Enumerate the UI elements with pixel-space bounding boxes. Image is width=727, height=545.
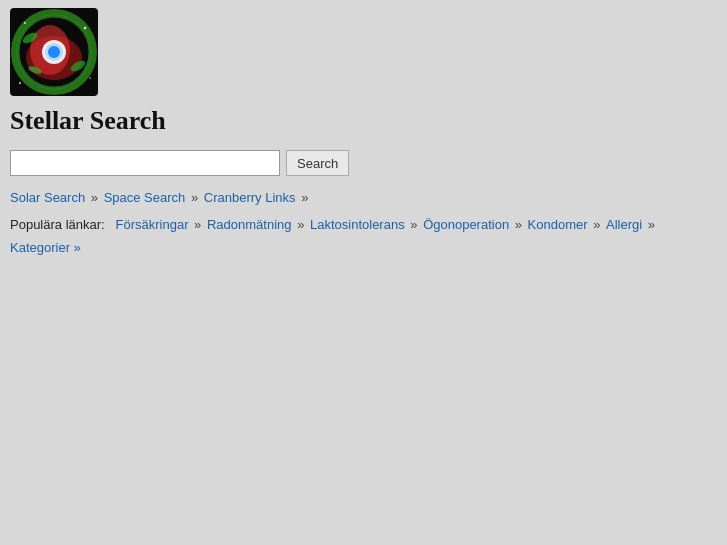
popular-link-0[interactable]: Försäkringar bbox=[116, 217, 189, 232]
search-button[interactable]: Search bbox=[286, 150, 349, 176]
solar-search-link[interactable]: Solar Search bbox=[10, 190, 85, 205]
cranberry-links-link[interactable]: Cranberry Links bbox=[204, 190, 296, 205]
page-title: Stellar Search bbox=[10, 106, 717, 136]
popular-label: Populära länkar: bbox=[10, 217, 105, 232]
popular-link-2[interactable]: Laktosintolerans bbox=[310, 217, 405, 232]
sep-1: » bbox=[91, 190, 102, 205]
psep-3: » bbox=[515, 217, 526, 232]
space-search-link[interactable]: Space Search bbox=[104, 190, 186, 205]
popular-link-3[interactable]: Ögonoperation bbox=[423, 217, 509, 232]
search-form[interactable]: Search bbox=[10, 150, 717, 176]
logo-image bbox=[10, 8, 98, 96]
psep-4: » bbox=[593, 217, 604, 232]
sep-2: » bbox=[191, 190, 202, 205]
svg-point-15 bbox=[19, 82, 21, 84]
popular-link-4[interactable]: Kondomer bbox=[528, 217, 588, 232]
popular-link-1[interactable]: Radonmätning bbox=[207, 217, 292, 232]
psep-2: » bbox=[410, 217, 421, 232]
psep-0: » bbox=[194, 217, 205, 232]
popular-links-container: Populära länkar: Försäkringar » Radonmät… bbox=[10, 213, 717, 260]
svg-point-8 bbox=[48, 46, 60, 58]
psep-5: » bbox=[648, 217, 655, 232]
popular-link-kategorier[interactable]: Kategorier » bbox=[10, 240, 81, 255]
svg-point-14 bbox=[89, 77, 91, 79]
sep-3: » bbox=[301, 190, 308, 205]
nav-links: Solar Search » Space Search » Cranberry … bbox=[10, 188, 717, 209]
svg-point-12 bbox=[24, 22, 26, 24]
svg-point-13 bbox=[84, 27, 86, 29]
logo-svg bbox=[10, 8, 98, 96]
psep-1: » bbox=[297, 217, 308, 232]
logo-container bbox=[10, 8, 717, 96]
search-input[interactable] bbox=[10, 150, 280, 176]
popular-link-5[interactable]: Allergi bbox=[606, 217, 642, 232]
